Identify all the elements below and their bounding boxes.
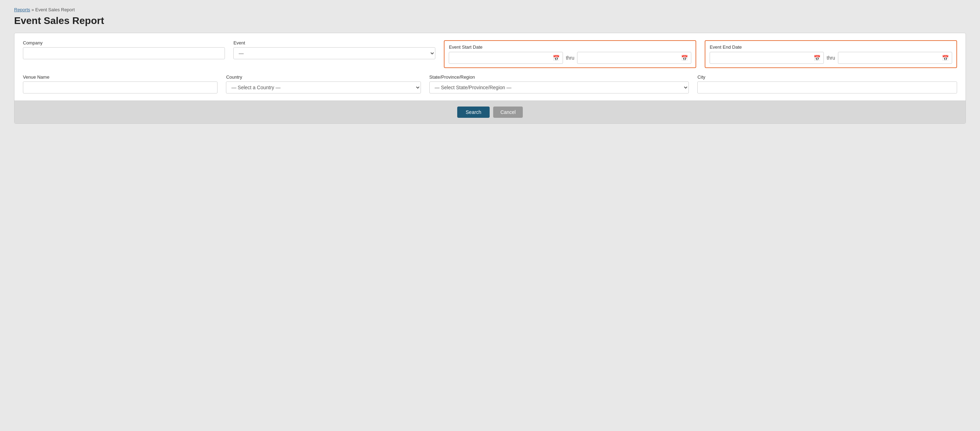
form-row-1: Company Event — Event Start Date 📅 t [23,40,957,68]
calendar-icon-end-from[interactable]: 📅 [814,55,821,61]
form-body: Company Event — Event Start Date 📅 t [14,33,966,101]
cancel-button[interactable]: Cancel [493,107,523,118]
event-start-date-from[interactable] [452,55,550,61]
event-end-date-to[interactable] [841,55,940,61]
event-start-date-to-wrap: 📅 [577,52,691,64]
city-group: City [697,74,957,93]
event-end-date-to-wrap: 📅 [838,52,952,64]
state-label: State/Province/Region [430,74,689,80]
event-start-date-to[interactable] [580,55,679,61]
event-group: Event — [233,40,435,68]
calendar-icon-start-from[interactable]: 📅 [553,55,560,61]
breadcrumb-current: Event Sales Report [35,7,75,12]
state-select[interactable]: — Select State/Province/Region — [430,81,689,93]
event-end-date-from-wrap: 📅 [710,52,824,64]
event-start-date-group: Event Start Date 📅 thru 📅 [444,40,696,68]
country-group: Country — Select a Country — [226,74,420,93]
venue-group: Venue Name [23,74,218,93]
event-end-date-label: Event End Date [710,45,952,50]
event-end-date-inputs: 📅 thru 📅 [710,52,952,64]
company-label: Company [23,40,225,45]
event-start-date-label: Event Start Date [449,45,691,50]
thru-text-start: thru [566,55,574,61]
country-label: Country [226,74,420,80]
event-select[interactable]: — [233,47,435,59]
company-input[interactable] [23,47,225,59]
city-label: City [697,74,957,80]
thru-text-end: thru [827,55,835,61]
event-end-date-from[interactable] [713,55,811,61]
city-input[interactable] [697,81,957,93]
breadcrumb-separator: » [31,7,34,12]
calendar-icon-start-to[interactable]: 📅 [681,55,688,61]
event-start-date-from-wrap: 📅 [449,52,563,64]
event-label: Event [233,40,435,45]
company-group: Company [23,40,225,68]
page-title: Event Sales Report [14,15,966,26]
country-select[interactable]: — Select a Country — [226,81,420,93]
form-footer: Search Cancel [14,101,966,123]
form-card: Company Event — Event Start Date 📅 t [14,33,966,124]
venue-label: Venue Name [23,74,218,80]
breadcrumb: Reports » Event Sales Report [14,7,966,12]
state-group: State/Province/Region — Select State/Pro… [430,74,689,93]
search-button[interactable]: Search [457,107,490,118]
form-row-2: Venue Name Country — Select a Country — … [23,74,957,93]
event-end-date-group: Event End Date 📅 thru 📅 [705,40,957,68]
venue-input[interactable] [23,81,218,93]
calendar-icon-end-to[interactable]: 📅 [942,55,949,61]
reports-link[interactable]: Reports [14,7,30,12]
event-start-date-inputs: 📅 thru 📅 [449,52,691,64]
